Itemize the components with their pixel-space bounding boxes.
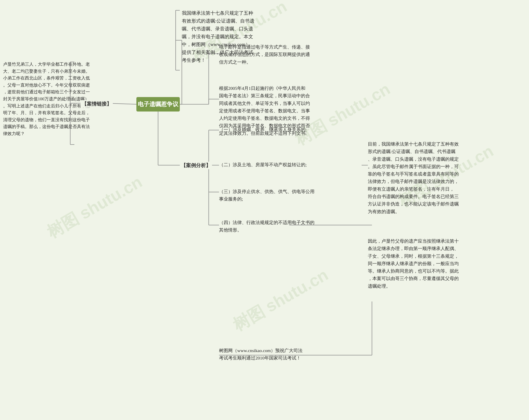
item3-text: （三）涉及停止供水、供热、供气、供电等公用 事业服务的;	[219, 188, 315, 203]
central-node: 电子遗嘱惹争议	[136, 97, 180, 112]
final-conclusion-text-box: 因此，卢显竹父母的遗产应当按照继承法第十 条法定继承办理，即由第一顺序继承人配偶…	[368, 238, 459, 290]
item1-text: （一）涉及婚姻、收养、继承等人身关系的;	[219, 126, 307, 133]
mindmap-container: 树图 shutu.cn 树图 shutu.cn 树图 shutu.cn 树图 s…	[0, 0, 529, 420]
item2-text: （二）涉及土地、房屋等不动产权益转让的;	[219, 161, 307, 168]
footer-text-box: 树图网（www.cnsikao.com）预祝广大司法 考试考生顺利通过2010年…	[219, 347, 303, 362]
case-analysis-label: 【案例分析】	[180, 162, 212, 169]
left-text-box: 卢显竹兄弟三人，大学毕业都工作在外地。老 大、老二均已娶妻生子，只有小弟至今未婚…	[3, 61, 90, 137]
item4-text: （四）法律、行政法规规定的不适用电子文书的 其他情形。	[219, 219, 315, 234]
watermark-4: 树图 shutu.cn	[229, 264, 332, 336]
email-text-box: 电子邮件是指通过电子等方式产生、传递、接 收或储存信息的方式，是国际互联网提供的…	[219, 43, 310, 66]
watermark-3: 树图 shutu.cn	[43, 171, 146, 243]
conclusion-text-box: 目前，我国继承法第十七条只规定了五种有效 形式的遗嘱:公证遗嘱、自书遗嘱、代书遗…	[368, 140, 459, 215]
case-link-label: 【案情链接】	[80, 100, 113, 108]
